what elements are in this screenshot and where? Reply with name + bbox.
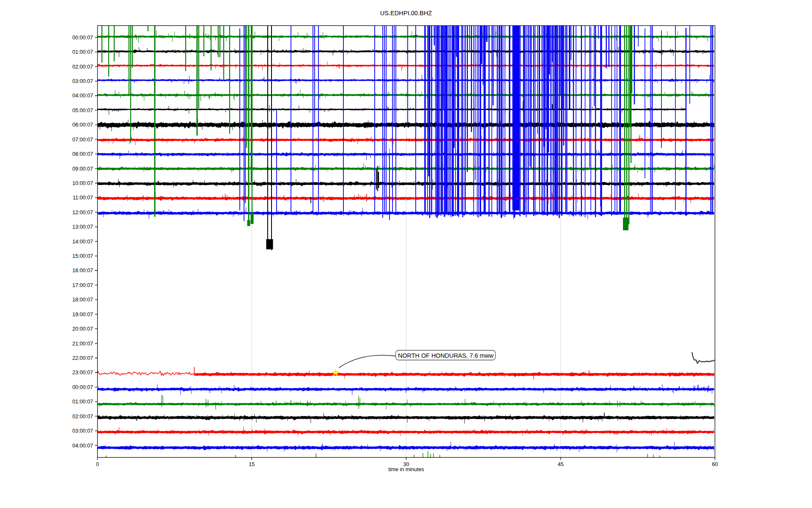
svg-text:09:00:07: 09:00:07	[72, 166, 93, 172]
svg-text:22:00:07: 22:00:07	[72, 355, 93, 361]
svg-text:US.EDHPI.00.BHZ: US.EDHPI.00.BHZ	[380, 10, 432, 17]
svg-text:23:00:07: 23:00:07	[72, 370, 93, 375]
svg-text:05:00:07: 05:00:07	[72, 108, 93, 113]
svg-text:08:00:07: 08:00:07	[72, 151, 93, 157]
svg-text:01:00:07: 01:00:07	[72, 399, 93, 405]
svg-text:14:00:07: 14:00:07	[72, 239, 93, 245]
svg-text:0: 0	[96, 461, 99, 467]
svg-text:20:00:07: 20:00:07	[72, 326, 93, 332]
svg-text:03:00:07: 03:00:07	[72, 78, 93, 84]
svg-text:45: 45	[558, 461, 564, 467]
svg-text:NORTH OF HONDURAS, 7.6 mww: NORTH OF HONDURAS, 7.6 mww	[398, 352, 494, 359]
svg-text:21:00:07: 21:00:07	[72, 341, 93, 347]
svg-text:16:00:07: 16:00:07	[72, 268, 93, 273]
svg-text:11:00:07: 11:00:07	[73, 195, 93, 201]
svg-text:time in minutes: time in minutes	[388, 467, 424, 472]
svg-text:00:00:07: 00:00:07	[72, 384, 93, 390]
svg-text:12:00:07: 12:00:07	[72, 210, 93, 215]
svg-text:01:00:07: 01:00:07	[72, 49, 93, 55]
svg-text:60: 60	[712, 461, 718, 467]
svg-text:10:00:07: 10:00:07	[72, 180, 93, 186]
svg-text:03:00:07: 03:00:07	[72, 428, 93, 434]
svg-text:13:00:07: 13:00:07	[72, 224, 93, 230]
svg-text:02:00:07: 02:00:07	[72, 64, 93, 70]
svg-text:15:00:07: 15:00:07	[72, 253, 93, 259]
svg-text:04:00:07: 04:00:07	[72, 443, 93, 449]
svg-text:07:00:07: 07:00:07	[72, 137, 93, 143]
svg-text:18:00:07: 18:00:07	[72, 297, 93, 303]
svg-text:04:00:07: 04:00:07	[72, 93, 93, 99]
svg-text:06:00:07: 06:00:07	[72, 122, 93, 128]
svg-text:02:00:07: 02:00:07	[72, 414, 93, 420]
svg-text:17:00:07: 17:00:07	[72, 282, 93, 288]
svg-text:19:00:07: 19:00:07	[72, 312, 93, 318]
svg-text:00:00:07: 00:00:07	[72, 35, 93, 41]
svg-text:15: 15	[249, 461, 255, 467]
